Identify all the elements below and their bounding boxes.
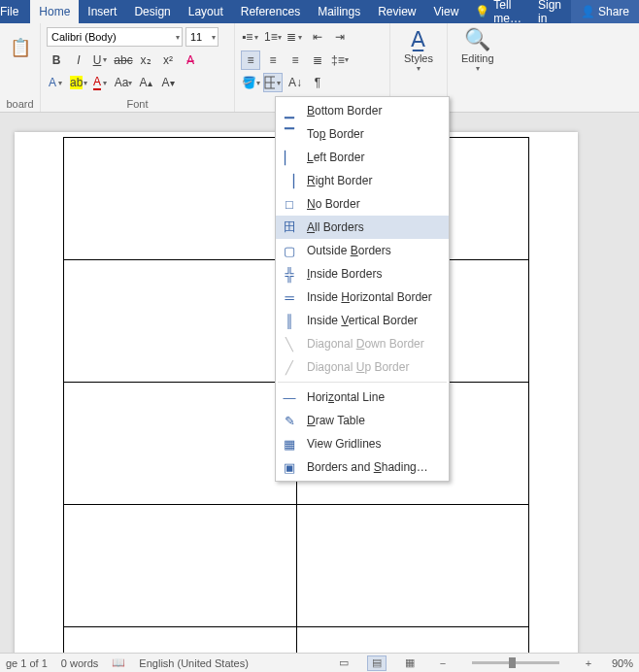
table-row[interactable] — [64, 627, 529, 654]
menu-item-horizontal-line[interactable]: —Horizontal Line — [276, 386, 449, 409]
shading-button[interactable]: 🪣▾ — [241, 73, 260, 92]
table-row[interactable] — [64, 505, 529, 627]
tab-layout[interactable]: Layout — [180, 0, 232, 23]
zoom-level[interactable]: 90% — [612, 657, 633, 669]
border-option-icon: ╬ — [282, 266, 297, 282]
text-effects-button[interactable]: A▾ — [47, 73, 66, 92]
view-read-mode[interactable]: ▭ — [334, 655, 353, 671]
bold-button[interactable]: B — [47, 50, 66, 70]
border-option-icon: ╱ — [282, 359, 297, 375]
grow-font-button[interactable]: A▴ — [136, 73, 155, 92]
menu-item-label: Right Border — [307, 174, 372, 187]
chevron-down-icon: ▾ — [210, 33, 218, 42]
status-language[interactable]: English (United States) — [139, 657, 249, 669]
paste-button[interactable]: 📋 — [6, 27, 34, 68]
status-page[interactable]: ge 1 of 1 — [6, 657, 48, 669]
zoom-in-button[interactable]: + — [579, 655, 598, 671]
status-bar: ge 1 of 1 0 words 📖 English (United Stat… — [0, 653, 639, 672]
menu-item-inside-horizontal-border[interactable]: ═Inside Horizontal Border — [276, 286, 449, 309]
zoom-slider[interactable] — [472, 661, 559, 664]
signin-link[interactable]: Sign in — [529, 0, 571, 23]
increase-indent-button[interactable]: ⇥ — [330, 27, 350, 47]
group-label-clipboard: board — [6, 96, 34, 110]
font-size-combo[interactable]: 11▾ — [185, 27, 219, 47]
menu-item-top-border[interactable]: ▔Top Border — [276, 122, 449, 146]
subscript-button[interactable]: x₂ — [136, 50, 155, 70]
menu-item-label: Horizontal Line — [307, 390, 385, 404]
clear-formatting-button[interactable]: A̶ — [181, 50, 200, 70]
menu-item-label: View Gridlines — [307, 437, 381, 451]
italic-button[interactable]: I — [69, 50, 88, 70]
styles-button[interactable]: A̲ Styles ▾ — [396, 27, 441, 73]
menu-item-no-border[interactable]: □No Border — [276, 192, 449, 216]
shrink-font-button[interactable]: A▾ — [158, 73, 178, 92]
borders-dropdown-menu: ▁Bottom Border▔Top Border▏Left Border▕Ri… — [275, 96, 450, 482]
font-color-button[interactable]: A▾ — [91, 73, 111, 92]
menu-item-label: Outside Borders — [307, 244, 391, 257]
share-button[interactable]: 👤 Share — [571, 0, 639, 23]
show-marks-button[interactable]: ¶ — [308, 73, 327, 92]
menu-item-label: Borders and Shading… — [307, 460, 428, 474]
menu-item-draw-table[interactable]: ✎Draw Table — [276, 409, 449, 432]
line-spacing-button[interactable]: ‡≡▾ — [330, 50, 350, 70]
bullets-button[interactable]: ▪≡▾ — [241, 27, 260, 47]
zoom-out-button[interactable]: − — [433, 655, 453, 671]
menu-item-bottom-border[interactable]: ▁Bottom Border — [276, 99, 449, 122]
align-left-button[interactable]: ≡ — [241, 50, 260, 70]
menu-item-right-border[interactable]: ▕Right Border — [276, 169, 449, 192]
border-option-icon: ✎ — [282, 413, 297, 428]
menu-item-left-border[interactable]: ▏Left Border — [276, 146, 449, 169]
tell-me[interactable]: 💡Tell me… — [467, 0, 529, 23]
border-option-icon: ▏ — [282, 150, 297, 165]
tab-references[interactable]: References — [232, 0, 309, 23]
strikethrough-button[interactable]: abc — [114, 50, 133, 70]
justify-button[interactable]: ≣ — [308, 50, 327, 70]
group-clipboard: 📋 board — [0, 23, 41, 112]
numbering-button[interactable]: 1≡▾ — [263, 27, 283, 47]
menu-item-diagonal-up-border: ╱Diagonal Up Border — [276, 355, 449, 379]
menu-item-label: Left Border — [307, 151, 364, 164]
sort-button[interactable]: A↓ — [286, 73, 305, 92]
chevron-down-icon: ▾ — [415, 64, 422, 73]
border-option-icon: ═ — [282, 289, 297, 305]
zoom-thumb[interactable] — [509, 657, 516, 668]
tab-file[interactable]: File — [0, 0, 30, 23]
menu-item-label: Bottom Border — [307, 104, 382, 118]
view-web-layout[interactable]: ▦ — [400, 655, 420, 671]
align-center-button[interactable]: ≡ — [263, 50, 283, 70]
chevron-down-icon: ▾ — [174, 33, 182, 42]
border-option-icon: ▁ — [282, 103, 297, 118]
ribbon-tabs: File Home Insert Design Layout Reference… — [0, 0, 639, 23]
menu-item-view-gridlines[interactable]: ▦View Gridlines — [276, 432, 449, 455]
underline-button[interactable]: U▾ — [91, 50, 111, 70]
menu-item-inside-borders[interactable]: ╬Inside Borders — [276, 262, 449, 286]
tab-review[interactable]: Review — [369, 0, 424, 23]
decrease-indent-button[interactable]: ⇤ — [308, 27, 327, 47]
status-proofing-icon[interactable]: 📖 — [112, 656, 125, 669]
menu-item-label: Inside Horizontal Border — [307, 290, 432, 304]
tab-mailings[interactable]: Mailings — [309, 0, 369, 23]
menu-item-all-borders[interactable]: 田All Borders — [276, 216, 449, 239]
menu-item-label: Inside Vertical Border — [307, 314, 418, 327]
editing-button[interactable]: 🔍 Editing ▾ — [454, 27, 502, 73]
menu-item-borders-and-shading[interactable]: ▣Borders and Shading… — [276, 455, 449, 479]
border-option-icon: ▕ — [282, 173, 297, 188]
border-option-icon: ▣ — [282, 459, 297, 475]
status-word-count[interactable]: 0 words — [61, 657, 99, 669]
borders-button[interactable]: ▾ — [263, 73, 283, 92]
highlight-button[interactable]: ab▾ — [69, 73, 88, 92]
tab-insert[interactable]: Insert — [79, 0, 125, 23]
superscript-button[interactable]: x² — [158, 50, 178, 70]
view-print-layout[interactable]: ▤ — [367, 655, 387, 671]
menu-item-label: All Borders — [307, 220, 364, 234]
menu-item-outside-borders[interactable]: ▢Outside Borders — [276, 239, 449, 262]
multilevel-button[interactable]: ≣▾ — [286, 27, 305, 47]
tab-design[interactable]: Design — [125, 0, 179, 23]
change-case-button[interactable]: Aa▾ — [114, 73, 133, 92]
tab-view[interactable]: View — [425, 0, 468, 23]
group-label-font: Font — [47, 96, 228, 110]
menu-item-inside-vertical-border[interactable]: ║Inside Vertical Border — [276, 309, 449, 332]
tab-home[interactable]: Home — [30, 0, 79, 23]
font-name-combo[interactable]: Calibri (Body)▾ — [47, 27, 183, 47]
align-right-button[interactable]: ≡ — [286, 50, 305, 70]
